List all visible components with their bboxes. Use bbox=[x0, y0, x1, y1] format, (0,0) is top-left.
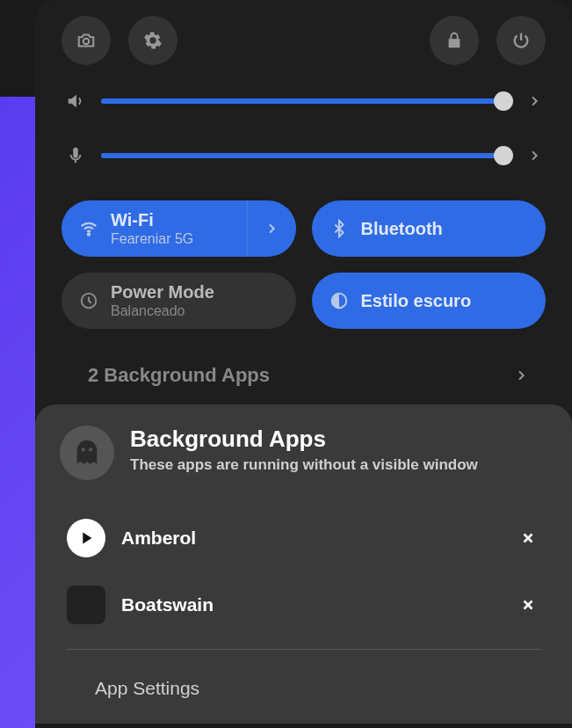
mic-icon bbox=[66, 146, 85, 165]
speaker-icon bbox=[66, 91, 85, 111]
settings-button[interactable] bbox=[128, 16, 177, 65]
quick-settings-panel: Wi-Fi Feareniar 5G Bluetooth bbox=[35, 0, 572, 724]
power-button[interactable] bbox=[496, 16, 546, 65]
power-mode-icon bbox=[79, 291, 98, 310]
camera-icon bbox=[76, 31, 96, 50]
volume-slider-thumb[interactable] bbox=[494, 91, 513, 111]
volume-slider[interactable] bbox=[101, 98, 511, 104]
wifi-toggle[interactable]: Wi-Fi Feareniar 5G bbox=[62, 200, 296, 257]
background-apps-label: 2 Background Apps bbox=[88, 364, 270, 387]
app-row[interactable]: Boatswain bbox=[60, 571, 547, 638]
app-row[interactable]: Amberol bbox=[60, 505, 547, 571]
quick-toggles-grid: Wi-Fi Feareniar 5G Bluetooth bbox=[62, 200, 546, 329]
chevron-right-icon bbox=[264, 222, 279, 236]
volume-slider-row bbox=[62, 91, 546, 111]
boatswain-app-icon bbox=[67, 586, 105, 624]
ghost-icon bbox=[72, 438, 102, 468]
close-app-button[interactable] bbox=[516, 593, 540, 617]
app-name-label: Amberol bbox=[121, 528, 500, 549]
close-icon bbox=[520, 597, 536, 613]
wifi-title: Wi-Fi bbox=[111, 209, 193, 230]
amberol-app-icon bbox=[67, 519, 105, 557]
dark-style-toggle[interactable]: Estilo escuro bbox=[312, 273, 547, 329]
desktop-background bbox=[0, 97, 35, 728]
power-icon bbox=[511, 31, 531, 50]
bluetooth-title: Bluetooth bbox=[361, 218, 443, 239]
wifi-subtitle: Feareniar 5G bbox=[111, 230, 193, 247]
screenshot-button[interactable] bbox=[62, 16, 111, 65]
power-mode-subtitle: Balanceado bbox=[111, 302, 214, 319]
popup-subtitle: These apps are running without a visible… bbox=[130, 456, 478, 474]
lock-button[interactable] bbox=[430, 16, 479, 65]
chevron-right-icon[interactable] bbox=[527, 94, 541, 108]
svg-point-0 bbox=[83, 39, 89, 44]
close-icon bbox=[520, 530, 536, 546]
ghost-icon-container bbox=[60, 426, 114, 480]
bluetooth-toggle[interactable]: Bluetooth bbox=[312, 200, 547, 257]
bluetooth-icon bbox=[329, 219, 349, 238]
divider bbox=[67, 649, 540, 650]
chevron-right-icon bbox=[514, 368, 528, 382]
background-apps-row[interactable]: 2 Background Apps bbox=[62, 355, 546, 404]
close-app-button[interactable] bbox=[516, 526, 540, 550]
power-mode-title: Power Mode bbox=[111, 281, 214, 302]
app-settings-link[interactable]: App Settings bbox=[60, 660, 547, 724]
play-icon bbox=[76, 528, 96, 548]
dark-style-title: Estilo escuro bbox=[361, 290, 472, 311]
popup-title: Background Apps bbox=[130, 426, 478, 453]
lock-icon bbox=[445, 31, 464, 50]
top-button-row bbox=[62, 16, 546, 65]
dark-style-icon bbox=[329, 291, 349, 310]
power-mode-toggle[interactable]: Power Mode Balanceado bbox=[62, 273, 296, 329]
svg-point-1 bbox=[88, 233, 90, 235]
mic-slider[interactable] bbox=[101, 153, 511, 158]
gear-icon bbox=[143, 31, 163, 50]
chevron-right-icon[interactable] bbox=[527, 149, 541, 163]
background-apps-popup: Background Apps These apps are running w… bbox=[35, 404, 572, 724]
mic-slider-row bbox=[62, 146, 546, 165]
wifi-icon bbox=[79, 219, 98, 238]
mic-slider-thumb[interactable] bbox=[494, 146, 513, 165]
popup-header: Background Apps These apps are running w… bbox=[60, 426, 547, 480]
wifi-submenu-button[interactable] bbox=[247, 200, 296, 257]
app-name-label: Boatswain bbox=[121, 594, 500, 615]
